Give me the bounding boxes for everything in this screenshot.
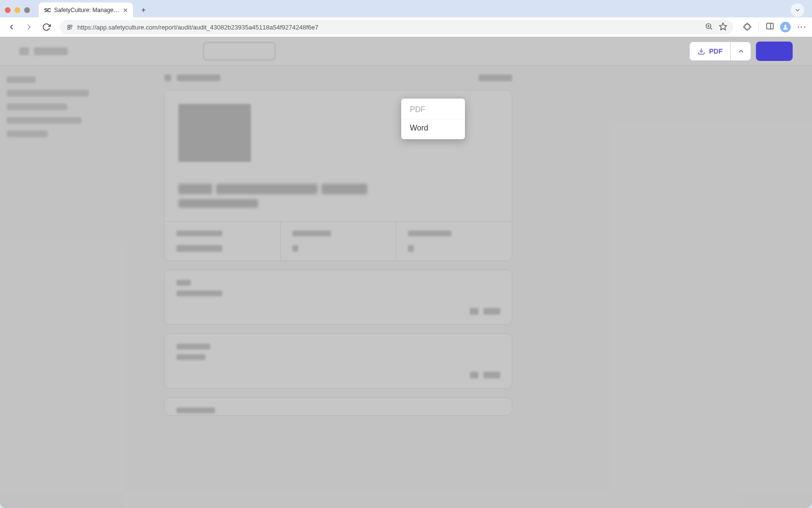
maximize-window-button[interactable] bbox=[24, 7, 30, 13]
app-header: PDF bbox=[0, 37, 812, 66]
sidebar bbox=[0, 66, 135, 508]
section-action[interactable] bbox=[470, 308, 478, 315]
download-format-toggle[interactable] bbox=[731, 42, 751, 61]
meta-label bbox=[176, 231, 222, 236]
reload-button[interactable] bbox=[40, 20, 53, 34]
meta-col bbox=[396, 222, 512, 261]
sidebar-item[interactable] bbox=[7, 103, 67, 110]
meta-col bbox=[165, 222, 281, 261]
window-controls bbox=[5, 7, 30, 13]
profile-avatar[interactable] bbox=[780, 22, 791, 32]
svg-rect-10 bbox=[767, 23, 773, 29]
new-tab-button[interactable]: + bbox=[137, 3, 150, 17]
breadcrumb-text bbox=[177, 74, 220, 81]
primary-action-button[interactable] bbox=[756, 42, 793, 61]
breadcrumb-action[interactable] bbox=[478, 74, 512, 81]
sidebar-item[interactable] bbox=[7, 90, 89, 97]
forward-button[interactable] bbox=[22, 20, 36, 34]
section-value bbox=[176, 290, 222, 296]
svg-line-6 bbox=[710, 28, 712, 29]
meta-col bbox=[281, 222, 397, 261]
meta-label bbox=[292, 231, 331, 236]
section-action[interactable] bbox=[470, 372, 478, 378]
search-input[interactable] bbox=[203, 42, 276, 60]
cover-image bbox=[178, 104, 251, 162]
site-settings-icon[interactable] bbox=[66, 23, 73, 31]
section-value bbox=[176, 354, 205, 360]
url-text: https://app.safetyculture.com/report/aud… bbox=[77, 24, 701, 31]
tab-bar: SC SafetyCulture: Manage Teams and... ✕ … bbox=[0, 0, 812, 17]
tabs-dropdown-button[interactable] bbox=[791, 3, 804, 17]
report-section-card bbox=[164, 334, 512, 389]
download-split-button: PDF bbox=[689, 42, 793, 61]
browser-actions: ⋮ bbox=[743, 22, 807, 32]
side-panel-icon[interactable] bbox=[766, 22, 774, 32]
browser-tab[interactable]: SC SafetyCulture: Manage Teams and... ✕ bbox=[39, 2, 133, 18]
breadcrumb-icon[interactable] bbox=[164, 74, 171, 81]
section-title bbox=[176, 344, 210, 349]
brand-logo bbox=[34, 47, 68, 55]
report-section-card bbox=[164, 270, 512, 325]
menu-icon[interactable] bbox=[19, 47, 29, 55]
title-segment bbox=[178, 184, 212, 194]
address-row: https://app.safetyculture.com/report/aud… bbox=[0, 17, 812, 37]
dropdown-item-word[interactable]: Word bbox=[401, 119, 465, 137]
download-format-dropdown: PDF Word bbox=[401, 99, 465, 139]
breadcrumb-row bbox=[164, 74, 512, 81]
svg-rect-1 bbox=[70, 25, 72, 27]
download-pdf-button[interactable]: PDF bbox=[689, 42, 731, 61]
sidebar-heading bbox=[7, 76, 36, 83]
sidebar-item[interactable] bbox=[7, 117, 82, 124]
close-tab-icon[interactable]: ✕ bbox=[123, 7, 128, 14]
minimize-window-button[interactable] bbox=[14, 7, 20, 13]
svg-rect-2 bbox=[68, 28, 70, 29]
meta-row bbox=[165, 221, 512, 261]
back-button[interactable] bbox=[5, 20, 18, 34]
extensions-icon[interactable] bbox=[743, 22, 752, 32]
meta-value bbox=[292, 245, 298, 252]
section-title bbox=[176, 407, 215, 413]
browser-chrome: SC SafetyCulture: Manage Teams and... ✕ … bbox=[0, 0, 812, 37]
download-button-label: PDF bbox=[709, 47, 723, 55]
sidebar-item[interactable] bbox=[7, 131, 48, 137]
tab-favicon: SC bbox=[44, 6, 51, 14]
app-viewport: PDF bbox=[0, 37, 812, 508]
close-window-button[interactable] bbox=[5, 7, 11, 13]
subtitle bbox=[178, 199, 258, 208]
svg-rect-0 bbox=[68, 25, 70, 27]
bookmark-icon[interactable] bbox=[719, 22, 727, 32]
report-section-card bbox=[164, 397, 512, 416]
title-segment bbox=[321, 184, 367, 194]
main-content bbox=[135, 66, 812, 508]
svg-point-12 bbox=[784, 25, 787, 27]
address-bar[interactable]: https://app.safetyculture.com/report/aud… bbox=[60, 20, 733, 34]
meta-value bbox=[408, 245, 414, 252]
section-action[interactable] bbox=[483, 308, 500, 315]
section-action[interactable] bbox=[483, 372, 500, 378]
kebab-menu-icon[interactable]: ⋮ bbox=[797, 23, 807, 31]
title-segment bbox=[216, 184, 318, 194]
tab-title: SafetyCulture: Manage Teams and... bbox=[54, 7, 120, 14]
meta-label bbox=[408, 231, 451, 236]
dropdown-item-pdf[interactable]: PDF bbox=[401, 101, 465, 119]
svg-marker-9 bbox=[720, 23, 727, 29]
zoom-icon[interactable] bbox=[705, 22, 713, 32]
meta-value bbox=[176, 245, 222, 252]
section-title bbox=[176, 280, 191, 286]
